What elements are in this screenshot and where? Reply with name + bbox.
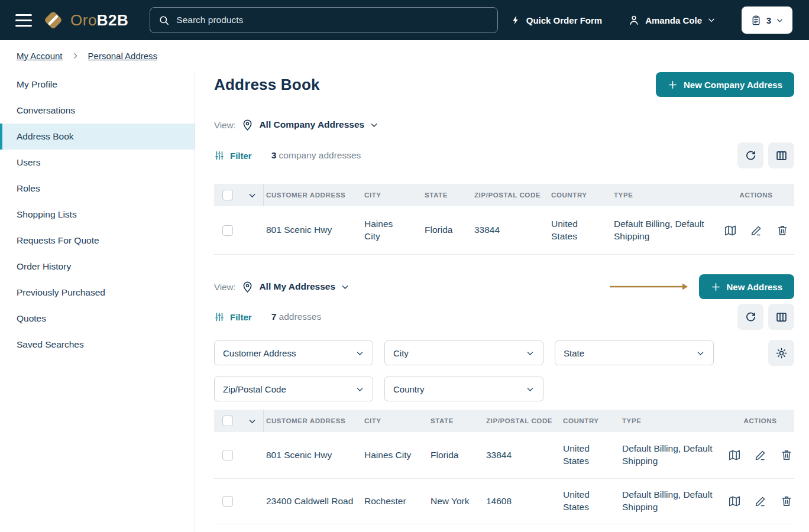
annotation-arrow	[609, 283, 688, 291]
search-icon	[158, 15, 170, 26]
clipboard-icon	[750, 14, 762, 27]
filter-settings-button[interactable]	[768, 340, 794, 366]
chevron-down-icon	[370, 121, 378, 129]
sidebar-item-requests-for-quote[interactable]: Requests For Quote	[0, 228, 195, 254]
column-header-actions: ACTIONS	[726, 417, 794, 424]
plus-icon	[711, 282, 721, 292]
refresh-icon	[745, 150, 757, 162]
filter-city-dropdown[interactable]: City	[384, 340, 543, 365]
column-header-customer-address: CUSTOMER ADDRESS	[264, 417, 362, 424]
filter-state-dropdown[interactable]: State	[555, 340, 714, 365]
select-all-dropdown-icon[interactable]	[248, 191, 257, 200]
column-header-zip: ZIP/POSTAL CODE	[472, 192, 549, 199]
select-all-dropdown-icon[interactable]	[248, 417, 257, 426]
filter-country-dropdown[interactable]: Country	[384, 377, 543, 401]
hamburger-menu-icon[interactable]	[15, 14, 32, 27]
my-addresses-view-dropdown[interactable]: All My Addresses	[241, 281, 350, 293]
chevron-down-icon	[776, 17, 784, 24]
quick-order-form-link[interactable]: Quick Order Form	[510, 14, 602, 26]
cell-country: United States	[549, 218, 611, 243]
grid-columns-button[interactable]	[768, 304, 794, 330]
sidebar-item-address-book[interactable]: Address Book	[0, 124, 195, 150]
cell-customer-address: 801 Scenic Hwy	[264, 224, 362, 236]
cell-city: Haines City	[362, 218, 422, 243]
chevron-down-icon	[355, 385, 364, 394]
sidebar-item-roles[interactable]: Roles	[0, 176, 195, 202]
delete-action-icon[interactable]	[780, 449, 793, 462]
cell-city: Rochester	[362, 495, 428, 508]
cell-type: Default Billing, Default Shipping	[611, 218, 718, 243]
shopping-list-button[interactable]: 3	[742, 7, 792, 34]
gear-icon	[775, 347, 788, 359]
column-header-customer-address: CUSTOMER ADDRESS	[264, 192, 362, 199]
grid-columns-button[interactable]	[768, 142, 794, 168]
cell-zip: 14608	[484, 495, 561, 508]
sidebar-item-saved-searches[interactable]: Saved Searches	[0, 332, 195, 358]
column-header-country: COUNTRY	[561, 417, 620, 424]
edit-action-icon[interactable]	[754, 449, 767, 462]
new-company-address-button[interactable]: New Company Address	[656, 72, 794, 97]
cell-state: New York	[428, 495, 484, 508]
sidebar-item-previously-purchased[interactable]: Previously Purchased	[0, 280, 195, 306]
my-filter-toggle[interactable]: Filter	[214, 312, 252, 322]
column-header-state: STATE	[428, 417, 484, 424]
edit-action-icon[interactable]	[754, 495, 767, 508]
refresh-icon	[745, 311, 757, 323]
cell-zip: 33844	[472, 224, 549, 236]
top-navbar: OroB2B Quick Order Form Amanda Cole	[0, 0, 809, 40]
my-address-count: 7 addresses	[271, 312, 321, 322]
sidebar-item-users[interactable]: Users	[0, 150, 195, 176]
filter-sliders-icon	[214, 312, 225, 322]
new-address-button[interactable]: New Address	[699, 274, 794, 299]
chevron-down-icon	[526, 349, 535, 358]
map-action-icon[interactable]	[728, 495, 741, 508]
sidebar-item-order-history[interactable]: Order History	[0, 254, 195, 280]
map-action-icon[interactable]	[728, 449, 741, 462]
cell-customer-address: 23400 Caldwell Road	[264, 495, 362, 508]
chevron-down-icon	[526, 385, 535, 394]
columns-icon	[775, 150, 788, 162]
column-header-type: TYPE	[611, 192, 718, 199]
table-row: 23400 Caldwell Road Rochester New York 1…	[214, 479, 794, 524]
filter-sliders-icon	[214, 150, 225, 161]
refresh-button[interactable]	[737, 142, 763, 168]
column-header-type: TYPE	[620, 417, 726, 424]
account-sidebar: My Profile Conversations Address Book Us…	[0, 71, 195, 532]
row-checkbox[interactable]	[222, 496, 233, 507]
sidebar-item-quotes[interactable]: Quotes	[0, 306, 195, 332]
my-addresses-table: CUSTOMER ADDRESS CITY STATE ZIP/POSTAL C…	[214, 410, 794, 524]
select-all-checkbox[interactable]	[222, 190, 233, 200]
breadcrumb-personal-address[interactable]: Personal Address	[88, 51, 158, 61]
user-icon	[628, 14, 640, 26]
table-row: 801 Scenic Hwy Haines City Florida 33844…	[214, 206, 794, 255]
filter-customer-address-dropdown[interactable]: Customer Address	[214, 340, 373, 365]
map-action-icon[interactable]	[724, 224, 737, 237]
column-header-state: STATE	[422, 192, 472, 199]
cell-customer-address: 801 Scenic Hwy	[264, 449, 362, 462]
row-checkbox[interactable]	[222, 225, 233, 236]
row-checkbox[interactable]	[222, 450, 233, 460]
search-input[interactable]	[176, 15, 489, 25]
breadcrumb-my-account[interactable]: My Account	[17, 51, 63, 61]
sidebar-item-conversations[interactable]: Conversations	[0, 98, 195, 124]
map-pin-icon	[241, 119, 254, 131]
product-search	[150, 7, 498, 33]
edit-action-icon[interactable]	[750, 224, 763, 237]
delete-action-icon[interactable]	[776, 224, 789, 237]
cell-type: Default Billing, Default Shipping	[620, 443, 726, 468]
chevron-down-icon	[707, 16, 716, 24]
select-all-checkbox[interactable]	[222, 416, 233, 426]
sidebar-item-shopping-lists[interactable]: Shopping Lists	[0, 202, 195, 228]
sidebar-item-my-profile[interactable]: My Profile	[0, 72, 195, 98]
user-menu[interactable]: Amanda Cole	[628, 14, 716, 26]
company-filter-toggle[interactable]: Filter	[214, 150, 252, 161]
refresh-button[interactable]	[737, 304, 763, 330]
filter-zip-dropdown[interactable]: Zip/Postal Code	[214, 377, 373, 401]
chevron-down-icon	[696, 349, 705, 358]
company-address-count: 3 company addresses	[271, 150, 361, 161]
orob2b-logo[interactable]: OroB2B	[41, 8, 128, 32]
chevron-right-icon	[72, 52, 79, 60]
logo-text: OroB2B	[70, 11, 128, 30]
company-addresses-view-dropdown[interactable]: All Company Addresses	[241, 119, 378, 131]
delete-action-icon[interactable]	[780, 495, 793, 508]
